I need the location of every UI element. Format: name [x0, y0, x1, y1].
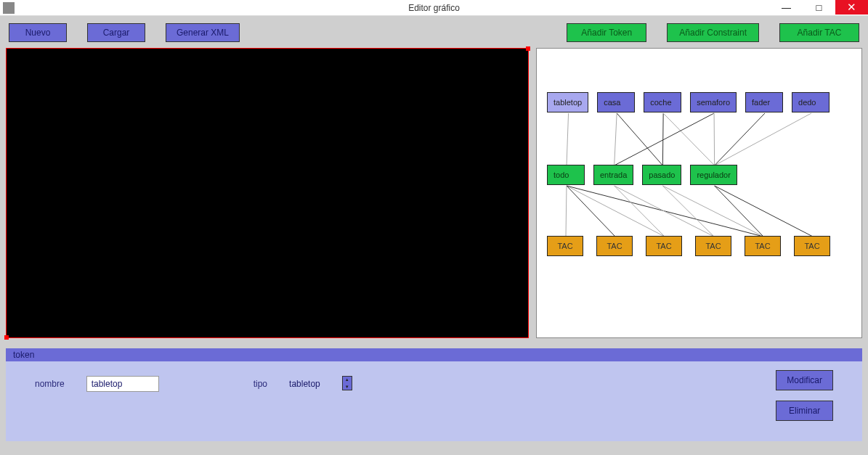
tac-row: TACTACTACTACTACTAC [547, 236, 830, 256]
token-node[interactable]: tabletop [547, 92, 588, 112]
svg-line-17 [715, 186, 763, 237]
token-node[interactable]: semaforo [690, 92, 737, 112]
maximize-button[interactable]: □ [803, 0, 835, 15]
svg-line-3 [662, 113, 663, 165]
tac-node[interactable]: TAC [547, 236, 583, 256]
tac-node[interactable]: TAC [745, 236, 781, 256]
tac-node[interactable]: TAC [596, 236, 633, 256]
constraint-node[interactable]: entrada [593, 165, 633, 185]
token-row: tabletopcasacochesemaforofaderdedo [547, 92, 830, 112]
cargar-button[interactable]: Cargar [87, 23, 145, 42]
svg-line-0 [567, 113, 569, 165]
svg-line-12 [567, 186, 763, 237]
svg-line-8 [715, 113, 811, 165]
svg-line-1 [615, 113, 617, 165]
eliminar-button[interactable]: Eliminar [776, 401, 833, 421]
tipo-spinner[interactable]: ▲ ▼ [342, 376, 352, 390]
svg-line-2 [617, 113, 662, 165]
svg-line-9 [566, 186, 567, 237]
nuevo-button[interactable]: Nuevo [9, 23, 67, 42]
minimize-button[interactable]: — [770, 0, 803, 15]
chevron-up-icon: ▲ [344, 377, 351, 382]
svg-line-13 [615, 186, 665, 237]
svg-line-14 [615, 186, 714, 237]
constraint-node[interactable]: todo [547, 165, 585, 185]
workspace: tabletopcasacochesemaforofaderdedo todoe… [0, 48, 868, 338]
anadir-tac-button[interactable]: Añadir TAC [779, 23, 859, 42]
tac-node[interactable]: TAC [695, 236, 731, 256]
chevron-down-icon: ▼ [344, 385, 351, 389]
svg-line-18 [715, 186, 813, 237]
constraint-node[interactable]: pasado [642, 165, 681, 185]
footer-body: nombre tipo tabletop ▲ ▼ Modificar Elimi… [6, 361, 862, 441]
svg-line-10 [567, 186, 615, 237]
token-node[interactable]: casa [597, 92, 635, 112]
svg-line-4 [663, 113, 714, 165]
token-node[interactable]: coche [644, 92, 681, 112]
constraint-node[interactable]: regulador [690, 165, 737, 185]
app-body: Nuevo Cargar Generar XML Añadir Token Añ… [0, 16, 868, 455]
nombre-input[interactable] [86, 376, 159, 392]
close-button[interactable]: ✕ [835, 0, 868, 15]
svg-line-11 [567, 186, 665, 237]
generar-xml-button[interactable]: Generar XML [166, 23, 240, 42]
nombre-label: nombre [35, 376, 65, 389]
modificar-button[interactable]: Modificar [776, 370, 833, 390]
token-node[interactable]: dedo [792, 92, 830, 112]
svg-line-7 [715, 113, 765, 165]
app-icon [3, 2, 15, 14]
anadir-token-button[interactable]: Añadir Token [567, 23, 646, 42]
window-controls: — □ ✕ [770, 0, 868, 16]
footer: token nombre tipo tabletop ▲ ▼ Modificar… [0, 348, 868, 441]
tac-node[interactable]: TAC [794, 236, 830, 256]
constraint-row: todoentradapasadoregulador [547, 165, 737, 185]
tipo-label: tipo [253, 376, 267, 389]
window-title: Editor gráfico [408, 3, 460, 13]
svg-line-15 [662, 186, 714, 237]
graph-panel[interactable]: tabletopcasacochesemaforofaderdedo todoe… [536, 48, 862, 338]
toolbar: Nuevo Cargar Generar XML Añadir Token Añ… [0, 16, 868, 48]
token-node[interactable]: fader [745, 92, 783, 112]
tipo-value: tabletop [289, 376, 320, 389]
svg-line-16 [662, 186, 763, 237]
tac-node[interactable]: TAC [646, 236, 682, 256]
svg-line-6 [714, 113, 715, 165]
footer-section-title: token [6, 348, 862, 361]
anadir-constraint-button[interactable]: Añadir Constraint [667, 23, 759, 42]
canvas[interactable] [6, 48, 529, 338]
svg-line-5 [615, 113, 714, 165]
titlebar: Editor gráfico — □ ✕ [0, 0, 868, 16]
